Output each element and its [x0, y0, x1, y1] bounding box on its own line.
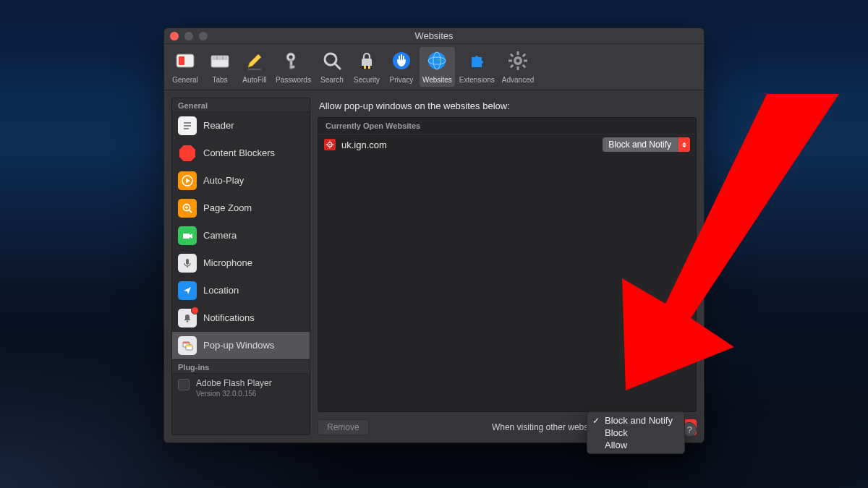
plugin-enable-checkbox[interactable]: [178, 379, 190, 390]
svg-marker-46: [184, 287, 191, 294]
toolbar-label: Advanced: [502, 76, 534, 84]
sidebar-item-camera[interactable]: Camera: [172, 222, 310, 249]
svg-line-12: [335, 64, 340, 69]
stop-sign-icon: [178, 144, 197, 163]
policy-dropdown-menu: ✓ Block and Notify Block Allow: [587, 411, 685, 454]
tab-tabs[interactable]: Tabs: [203, 47, 237, 87]
menu-option-block-and-notify[interactable]: ✓ Block and Notify: [587, 414, 684, 427]
sidebar-item-auto-play[interactable]: Auto-Play: [172, 167, 310, 194]
currently-open-header: Currently Open Websites: [318, 118, 696, 134]
gear-icon: [506, 48, 530, 73]
toolbar-label: Tabs: [212, 76, 227, 84]
window-title: Websites: [164, 30, 704, 41]
svg-marker-37: [186, 178, 190, 183]
tab-search[interactable]: Search: [315, 47, 349, 87]
svg-point-47: [187, 320, 188, 322]
svg-rect-10: [290, 66, 294, 68]
svg-rect-51: [186, 345, 192, 346]
plugin-name: Adobe Flash Player: [196, 378, 272, 388]
svg-rect-44: [186, 259, 189, 265]
tab-websites[interactable]: Websites: [420, 47, 455, 87]
svg-rect-27: [510, 53, 514, 58]
menu-option-label: Block and Notify: [605, 415, 673, 426]
toggle-switch-icon: [173, 48, 197, 73]
close-window-button[interactable]: [170, 32, 179, 40]
sidebar-item-popup-windows[interactable]: Pop-up Windows: [172, 332, 310, 359]
toolbar: General Tabs AutoFill Passwords: [164, 44, 704, 90]
sidebar-section-plugins: Plug-ins: [172, 359, 310, 374]
svg-rect-24: [517, 67, 519, 70]
svg-point-31: [516, 59, 520, 63]
location-arrow-icon: [178, 281, 197, 300]
menu-option-allow[interactable]: Allow: [587, 439, 684, 451]
sidebar-item-notifications[interactable]: Notifications: [172, 304, 310, 332]
tab-passwords[interactable]: Passwords: [273, 47, 314, 87]
site-favicon-icon: [324, 139, 336, 150]
websites-list: Currently Open Websites uk.ign.com Block…: [318, 117, 697, 412]
titlebar: Websites: [164, 28, 704, 44]
svg-marker-35: [179, 145, 195, 161]
svg-rect-25: [509, 60, 512, 62]
menu-option-label: Block: [605, 427, 628, 438]
reader-icon: [178, 116, 197, 135]
tab-advanced[interactable]: Advanced: [499, 47, 537, 87]
svg-rect-26: [524, 60, 527, 62]
svg-rect-1: [179, 56, 184, 65]
svg-rect-17: [370, 66, 372, 69]
bell-icon: [178, 309, 197, 328]
svg-point-53: [329, 144, 331, 145]
svg-rect-3: [211, 56, 229, 60]
site-domain: uk.ign.com: [341, 140, 387, 150]
svg-marker-43: [190, 234, 192, 239]
tab-privacy[interactable]: Privacy: [385, 47, 418, 87]
sidebar-item-microphone[interactable]: Microphone: [172, 249, 310, 277]
svg-point-8: [289, 56, 293, 59]
sidebar-item-location[interactable]: Location: [172, 277, 310, 304]
stepper-arrows-icon: [678, 137, 690, 152]
toolbar-label: Security: [354, 76, 380, 84]
tabs-icon: [208, 48, 232, 73]
remove-button[interactable]: Remove: [318, 419, 369, 435]
toolbar-label: Websites: [422, 76, 452, 84]
website-row[interactable]: uk.ign.com Block and Notify: [318, 134, 696, 155]
magnifier-icon: [320, 48, 344, 73]
tab-security[interactable]: Security: [350, 47, 383, 87]
sidebar-item-content-blockers[interactable]: Content Blockers: [172, 140, 310, 167]
sidebar-item-label: Notifications: [203, 312, 255, 323]
windows-icon: [178, 336, 197, 355]
svg-rect-42: [183, 234, 190, 239]
zoom-icon: [178, 199, 197, 218]
toolbar-label: AutoFill: [242, 76, 266, 84]
pencil-icon: [242, 48, 267, 73]
zoom-window-button[interactable]: [199, 32, 208, 40]
traffic-lights: [170, 32, 208, 40]
camera-icon: [178, 226, 197, 245]
sidebar: General Reader Content Blockers Auto-Pla…: [171, 98, 310, 435]
main-heading: Allow pop-up windows on the websites bel…: [318, 98, 697, 117]
tab-extensions[interactable]: Extensions: [456, 47, 498, 87]
toolbar-label: Extensions: [459, 76, 495, 84]
minimize-window-button[interactable]: [184, 32, 193, 40]
checkmark-icon: ✓: [592, 416, 600, 426]
sidebar-item-page-zoom[interactable]: Page Zoom: [172, 194, 310, 222]
site-policy-select[interactable]: Block and Notify: [603, 137, 690, 152]
menu-option-block[interactable]: Block: [587, 427, 684, 439]
toolbar-label: Search: [320, 76, 344, 84]
svg-line-39: [190, 210, 192, 213]
tab-autofill[interactable]: AutoFill: [238, 47, 271, 87]
plugin-version: Version 32.0.0.156: [196, 390, 272, 398]
sidebar-item-reader[interactable]: Reader: [172, 112, 310, 140]
sidebar-item-label: Pop-up Windows: [203, 340, 274, 351]
puzzle-icon: [464, 48, 489, 73]
toolbar-label: Privacy: [390, 76, 414, 84]
sidebar-item-label: Reader: [203, 120, 234, 131]
microphone-icon: [178, 254, 197, 273]
play-icon: [178, 171, 197, 190]
toolbar-label: Passwords: [276, 76, 311, 84]
svg-rect-16: [366, 66, 368, 69]
globe-icon: [425, 48, 449, 73]
tab-general[interactable]: General: [169, 47, 202, 87]
plugin-row-flash[interactable]: Adobe Flash Player Version 32.0.0.156: [172, 374, 310, 402]
sidebar-item-label: Auto-Play: [203, 175, 244, 186]
svg-rect-49: [183, 342, 190, 343]
